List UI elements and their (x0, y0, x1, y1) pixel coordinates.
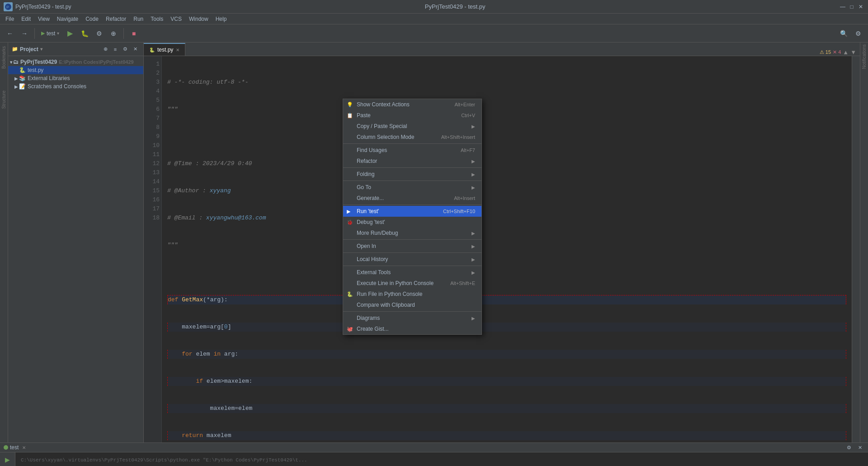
cm-item-icon-run-test: ▶ (347, 209, 350, 214)
run-tab-close-icon[interactable]: ✕ (22, 445, 26, 450)
menu-item-code[interactable]: Code (82, 15, 102, 23)
context-menu-item-diagrams[interactable]: Diagrams▶ (343, 313, 481, 323)
tree-item-scratches[interactable]: ▶ 📝 Scratches and Consoles (8, 82, 143, 90)
search-everywhere-button[interactable]: 🔍 (837, 27, 850, 40)
menu-item-view[interactable]: View (34, 15, 53, 23)
run-config-label: test (47, 30, 55, 37)
cm-item-shortcut-column-selection: Alt+Shift+Insert (441, 134, 475, 140)
context-menu-item-create-gist[interactable]: 🐙Create Gist... (343, 323, 481, 334)
run-output: C:\Users\xyyan\.virtualenvs\PyPrjTest042… (15, 452, 868, 466)
context-menu-separator (343, 252, 481, 253)
titlebar: P PyPrjTest0429 - test.py PyPrjTest0429 … (0, 0, 868, 14)
cm-item-arrow-icon-external-tools: ▶ (472, 270, 475, 275)
menu-item-window[interactable]: Window (185, 15, 212, 23)
cm-item-icon-run-file: 🐍 (347, 291, 353, 297)
tree-item-external-libs[interactable]: ▶ 📚 External Libraries (8, 74, 143, 82)
context-menu-item-local-history[interactable]: Local History▶ (343, 254, 481, 265)
hide-btn[interactable]: ✕ (131, 45, 140, 54)
minimize-button[interactable]: — (839, 3, 846, 10)
editor-scrollbar[interactable] (852, 56, 860, 442)
context-menu-item-external-tools[interactable]: External Tools▶ (343, 267, 481, 278)
profile-button[interactable]: ⚙ (93, 27, 105, 40)
structure-label[interactable]: Structure (0, 89, 7, 111)
tree-root-project[interactable]: ▾ 🗂 PyPrjTest0429 E:\Python Codes\PyPrjT… (8, 58, 143, 66)
menu-item-file[interactable]: File (2, 15, 18, 23)
context-menu-item-open-in[interactable]: Open In▶ (343, 241, 481, 252)
code-content[interactable]: # -*- coding: utf-8 -*- """ # @Time : 20… (162, 56, 852, 442)
context-menu-item-folding[interactable]: Folding▶ (343, 169, 481, 180)
bookmarks-label[interactable]: Bookmarks (0, 44, 7, 71)
run-play-btn[interactable]: ▶ (2, 454, 13, 465)
cm-item-label-generate: Generate... (357, 195, 445, 201)
notifications-label[interactable]: Notifications (862, 44, 867, 69)
maximize-button[interactable]: □ (848, 3, 855, 10)
options-btn[interactable]: ⚙ (121, 45, 130, 54)
tab-testpy[interactable]: 🐍 test.py ✕ (144, 43, 185, 56)
coverage-button[interactable]: ⊕ (107, 27, 120, 40)
menu-item-navigate[interactable]: Navigate (53, 15, 82, 23)
collapse-icon[interactable]: ▼ (850, 49, 856, 56)
cm-item-label-copy-paste-special: Copy / Paste Special (357, 123, 472, 129)
expand-icon[interactable]: ▲ (843, 49, 849, 56)
context-menu-item-debug-test[interactable]: 🐞Debug 'test' (343, 217, 481, 228)
stop-button[interactable]: ■ (127, 27, 140, 40)
context-menu-item-run-test[interactable]: ▶Run 'test'Ctrl+Shift+F10 (343, 206, 481, 217)
menu-item-edit[interactable]: Edit (18, 15, 34, 23)
tree-item-testpy[interactable]: 🐍 test.py (8, 66, 143, 74)
svg-text:P: P (6, 5, 9, 10)
code-line-3 (167, 132, 846, 141)
sidebar-project-title: Project (20, 46, 38, 52)
app-logo: P (4, 2, 13, 11)
context-menu-item-goto[interactable]: Go To▶ (343, 182, 481, 193)
cm-item-label-run-test: Run 'test' (357, 208, 434, 214)
context-menu-item-show-context[interactable]: 💡Show Context ActionsAlt+Enter (343, 99, 481, 110)
cm-item-label-paste: Paste (357, 112, 452, 119)
close-button[interactable]: ✕ (857, 3, 864, 10)
run-button[interactable]: ▶ (64, 27, 76, 40)
line-numbers: 12345 678910 1112131415 ▶16 1718 (144, 56, 162, 442)
scratches-icon: 📝 (19, 83, 26, 90)
debug-button[interactable]: 🐛 (78, 27, 91, 40)
project-tree: ▾ 🗂 PyPrjTest0429 E:\Python Codes\PyPrjT… (8, 56, 143, 442)
code-line-10: maxelem=arg[0] (167, 323, 846, 332)
context-menu-item-compare-clipboard[interactable]: Compare with Clipboard (343, 300, 481, 310)
forward-button[interactable]: → (18, 27, 31, 40)
code-line-2: """ (167, 105, 846, 114)
cm-item-label-goto: Go To (357, 184, 472, 190)
menu-item-refactor[interactable]: Refactor (102, 15, 130, 23)
editor-area: 🐍 test.py ✕ ⚠ 15 ✕ 4 ▲ ▼ 12345 678910 11… (144, 43, 860, 442)
tab-testpy-close[interactable]: ✕ (176, 48, 179, 52)
context-menu-separator (343, 167, 481, 168)
project-title: PyPrjTest0429 - test.py (15, 4, 71, 10)
sidebar-dropdown-icon[interactable]: ▾ (40, 47, 42, 52)
context-menu-item-generate[interactable]: Generate...Alt+Insert (343, 193, 481, 204)
context-menu-item-refactor[interactable]: Refactor▶ (343, 156, 481, 166)
context-menu-item-more-run[interactable]: More Run/Debug▶ (343, 228, 481, 238)
back-button[interactable]: ← (4, 27, 16, 40)
context-menu-item-copy-paste-special[interactable]: Copy / Paste Special▶ (343, 121, 481, 132)
menu-item-tools[interactable]: Tools (147, 15, 167, 23)
titlebar-right: — □ ✕ (839, 3, 864, 10)
menu-item-vcs[interactable]: VCS (167, 15, 185, 23)
settings-button[interactable]: ⚙ (852, 27, 864, 40)
context-menu-separator (343, 143, 481, 144)
context-menu-item-column-selection[interactable]: Column Selection ModeAlt+Shift+Insert (343, 132, 481, 143)
run-tab-test[interactable]: test ✕ (4, 444, 26, 451)
cm-item-label-show-context: Show Context Actions (357, 101, 445, 108)
context-menu-item-find-usages[interactable]: Find UsagesAlt+F7 (343, 145, 481, 156)
run-settings-btn[interactable]: ⚙ (844, 443, 854, 452)
collapse-btn[interactable]: ≡ (111, 45, 120, 54)
run-tab-label: test (10, 444, 19, 451)
cm-item-shortcut-exec-line: Alt+Shift+E (450, 281, 475, 286)
context-menu-item-run-file[interactable]: 🐍Run File in Python Console (343, 289, 481, 300)
run-config-selector[interactable]: ▶ test ▾ (38, 29, 62, 38)
menu-item-run[interactable]: Run (130, 15, 147, 23)
menu-item-help[interactable]: Help (212, 15, 231, 23)
locate-btn[interactable]: ⊕ (101, 45, 110, 54)
context-menu-separator (343, 204, 481, 205)
project-name-label: PyPrjTest0429 (20, 59, 57, 65)
context-menu: 💡Show Context ActionsAlt+Enter📋PasteCtrl… (343, 99, 482, 335)
context-menu-item-exec-line[interactable]: Execute Line in Python ConsoleAlt+Shift+… (343, 278, 481, 289)
run-close-btn[interactable]: ✕ (855, 443, 864, 452)
context-menu-item-paste[interactable]: 📋PasteCtrl+V (343, 110, 481, 121)
